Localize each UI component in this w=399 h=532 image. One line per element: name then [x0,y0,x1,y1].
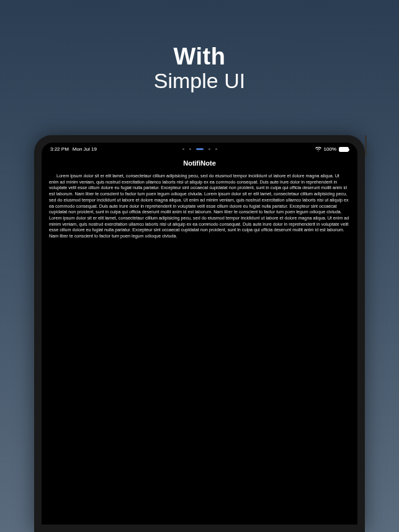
multitask-indicator[interactable] [182,148,217,150]
note-body-text: Lorem ipsum dolor sit er elit lamet, con… [49,173,350,239]
battery-percentage: 100% [324,146,336,152]
wifi-icon [315,147,321,152]
promo-title: With [0,43,399,70]
device-side-button [365,135,367,157]
multitask-dot [189,148,191,150]
promo-text-block: With Simple UI [0,0,399,93]
device-frame: 3:22 PM Mon Jul 19 100% NotifiNo [34,135,365,532]
note-content-area[interactable]: Lorem ipsum dolor sit er elit lamet, con… [42,173,357,239]
app-title: NotifiNote [42,154,357,173]
device-screen: 3:22 PM Mon Jul 19 100% NotifiNo [42,143,357,525]
multitask-dot-active [196,148,204,150]
battery-fill [339,148,348,151]
multitask-dot [208,148,210,150]
multitask-dot [182,148,184,150]
promo-subtitle: Simple UI [0,69,399,93]
status-right: 100% [315,146,349,152]
status-bar: 3:22 PM Mon Jul 19 100% [42,143,357,154]
battery-icon [339,147,349,152]
status-left: 3:22 PM Mon Jul 19 [50,146,97,152]
status-time: 3:22 PM [50,146,69,152]
status-date: Mon Jul 19 [73,146,97,152]
multitask-dot [215,148,217,150]
